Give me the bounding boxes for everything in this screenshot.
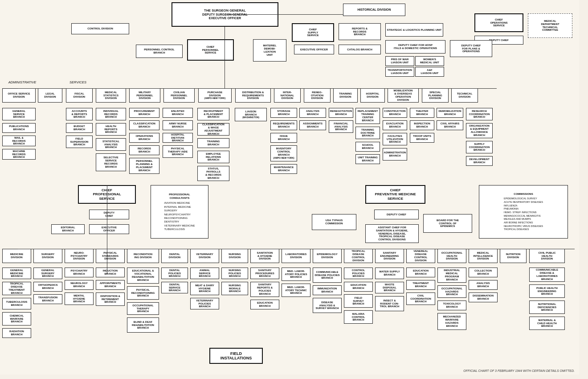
sanitary-engineering-division: SANITARYENGINEERINGDIVISION (375, 249, 404, 263)
training-doctrine-branch: TRAININGDOCTRINEBRANCH (355, 127, 380, 139)
communicable-disease-policies-branch: COMMUNICABLEDISEASE POLICIESBRANCH (313, 268, 342, 283)
status-payrolls-records-branch: STATUS,PAYROLLS& RECORDSBRANCH (197, 166, 229, 181)
waste-disposal-branch: WASTEDISPOSALBRANCH (375, 282, 404, 293)
hospital-division: HOSPITALDIVISION (360, 88, 385, 103)
tropical-disease-treatment-branch: TROPICALDISEASETREATMENTBRANCH (2, 282, 31, 295)
radiation-branch: RADIATIONBRANCH (2, 328, 31, 338)
dental-division: DENTALDIVISION (161, 249, 188, 263)
inspection-branch: INSPECTIONBRANCH (410, 120, 434, 130)
enlisted-branch: ENLISTEDBRANCH (163, 108, 193, 118)
civil-coordination-branch: CIVILCOORDINATIONBRANCH (406, 292, 435, 305)
analysis-branch-intl: ANALYSISBRANCH (299, 108, 326, 118)
general-service-branch: GENERALSERVICEBRANCH (2, 108, 36, 120)
storage-branch: STORAGEBRANCH (270, 108, 297, 118)
personnel-control-branch: PERSONNEL CONTROLBRANCH (136, 45, 183, 58)
theater-branch: THEATERBRANCH (410, 108, 434, 118)
disposition-retirement-branch: DISPOSITION &RETIREMENTBRANCH (96, 292, 125, 306)
nutrition-division: NUTRITIONDIVISION (500, 249, 527, 263)
maternal-child-health-branch: MATERNAL &CHILD HEALTHBRANCH (529, 317, 565, 330)
army-nurse-branch: ARMY NURSEBRANCH (163, 120, 193, 130)
financial-analysis-branch: FINANCIALANALYSISBRANCH (329, 120, 353, 133)
historical-division: HISTORICAL DIVISION (343, 4, 405, 16)
military-personnel-division: MILITARYPERSONNELDIVISION (129, 88, 160, 103)
physical-standards-division: PHYSICALSTANDARDSDIVISION (96, 249, 125, 263)
personnel-planning-placement: PERSONNELPLANNING &PLACEMENTBRANCH (129, 158, 159, 174)
veterinary-division: VETERINARYDIVISION (190, 249, 219, 263)
neurology-branch: NEUROLOGYBRANCH (65, 280, 94, 290)
civil-affairs-branch: CIVIL AFFAIRSBRANCH (437, 120, 463, 130)
renegotiation-branch: RENEGOTIATIONBRANCH (329, 108, 353, 118)
med-lab-atory-technic-branch: MED. LABOR-ATORY TECHNICBRANCH (282, 284, 310, 297)
organization-equipment-allowance: ORGANIZATION& EQUIPMENTALLOWANCEBRANCH (466, 123, 493, 138)
nursing-division: NURSINGDIVISION (221, 249, 248, 263)
chief-operations-service: CHIEFOPERATIONSSERVICE (474, 13, 523, 32)
dissemination-branch: DISSEMINATIONBRANCH (469, 292, 498, 302)
womens-medical-unit: WOMEN'SMEDICAL UNIT (415, 56, 444, 66)
mobilization-overseas-division: MOBILIZATION& OVERSEASOPERATIONDIVISION (388, 88, 419, 103)
health-reports-branch: HEALTHREPORTSBRANCH (96, 123, 126, 136)
occupational-therapy-branch: OCCUPATIONALTHERAPYBRANCH (127, 302, 159, 315)
administrative-label: ADMINISTRATIVE (2, 78, 42, 87)
surgery-division: SURGERYDIVISION (33, 249, 62, 263)
pris-war-liaison: PRIS OF WARLIAISON UNIT (385, 56, 414, 66)
med-lab-atory-policies-branch: MED. LABOR-ATORY POLICIESBRANCH (282, 268, 310, 281)
analysis-branch-intel: ANALYSISBRANCH (469, 280, 498, 290)
appointments-branch: APPOINTMENTSBRANCH (96, 280, 125, 290)
psychiatry-branch: PSYCHIATRYBRANCH (65, 268, 94, 277)
tuberculosis-branch: TUBERCULOSISBRANCH (2, 298, 31, 309)
development-branch: DEVELOPMENTBRANCH (466, 156, 493, 166)
inventory-control-branch: INVENTORYCONTROLBRANCH(AMPO-NEW YORK) (270, 145, 297, 161)
statistical-analysis-branch: STATISTICALANALYSISBRANCH (96, 138, 126, 151)
asst-chief-sanitation: ASISTANT CHIEF FORSANITATION & HYGIENE,V… (365, 224, 419, 243)
training-division: TRAININGDIVISION (333, 88, 358, 103)
control-policies-branch-trop: CONTROLPOLICIESBRANCH (344, 268, 373, 279)
strategic-logistics-unit: STRATEGIC & LOGISTICS PLANNING UNIT (385, 23, 443, 37)
mechanized-warfare-hazards-branch: MECHANIZEDWARFAREHAZARDSBRANCH (437, 313, 466, 330)
civilian-personnel-division: CIVILIANPERSONNELDIVISION (163, 88, 195, 103)
transfusion-branch: TRANSFUSIONBRANCH (33, 294, 62, 304)
venereal-disease-division: VENEREALDISEASECONTROLDIVISION (406, 249, 435, 263)
org-chart: THE SURGEON GENERAL DEPUTY SURGEON GENER… (0, 0, 579, 375)
communicable-disease-labs-branch: COMMUNICABLEDISEASE &LABORATORIESBRANCH (529, 268, 565, 282)
classification-wage-adjustment: CLASSIFICATION& WAGEADJUSTMENTBRANCH (197, 123, 229, 136)
budget-branch: BUDGETBRANCH (66, 123, 93, 133)
aaf-liaison-unit: A&FLIAISON UNIT (415, 67, 444, 77)
international-division: INTER-NATIONALDIVISION (274, 88, 301, 103)
industrial-medical-program-branch: INDUSTRIALMEDICALPROGRAMBRANCH (437, 268, 466, 283)
animal-service-branch: ANIMALSERVICEBRANCH (190, 268, 219, 279)
sanitation-hygiene-division: SANITATION& HYGIENEDIVISION (250, 249, 279, 263)
evacuation-branch: EVACUATIONBRANCH (383, 120, 407, 130)
educational-vocational-branch: EDUCATIONAL &VOCATIONALREHABILITATIONBRA… (127, 268, 159, 284)
nursing-policies-branch: NURSINGPOLICIESBRANCH (221, 268, 248, 279)
materiel-demob-unit: MATERIELDEMOBI-LIZATIONUNIT (253, 39, 286, 62)
reports-records-branch: REPORTS &RECORDSBRANCH (339, 23, 381, 40)
professional-consultants: PROFESSIONALCONSULTANTS AVIATION MEDICIN… (151, 185, 208, 239)
sanitary-reports-policies-branch: SANITARYREPORTS &POLICIESBRANCH (250, 282, 279, 297)
machine-records-branch: MACHINERECORDSBRANCH (2, 149, 36, 160)
transportation-liaison: TRANSPORTATIONLIAISON UNIT (385, 67, 414, 77)
induction-branch: INDUCTIONBRANCH (96, 268, 125, 277)
chief-personnel-service: CHIEFPERSONNELSERVICE (187, 39, 234, 61)
office-service-division: OFFICE SERVICEDIVISION (2, 88, 36, 103)
reconditioning-division: RECONDITIONING DIVISION (127, 249, 159, 263)
requirements-branch: REQUIREMENTSBRANCH (270, 120, 297, 130)
dist-requirements-division: DISTRIBUTION &REQUIREMENTSDIVISION (235, 88, 271, 103)
civil-public-health-division: CIVIL PUBLICHEALTHDIVISION (529, 249, 565, 263)
blind-deaf-rehabilitation-branch: BLIND & DEAFREHABILITATIONBRANCH (127, 317, 159, 333)
neuropsychiatry-division: NEURO-PSYCHIATRYDIVISION (65, 249, 94, 263)
troop-units-branch: TROOP UNITSBRANCH (410, 133, 434, 143)
editorial-branch: EDITORIALBRANCH (51, 224, 85, 234)
physical-therapy-aide-branch: PHYSICALTHERAPY AIDEBRANCH (163, 145, 193, 158)
insect-rodent-control-branch: INSECT &RODENT CON-TROL BRANCH (375, 296, 404, 311)
sanitary-procedures-branch: SANITARYPROCEDURESBRANCH (250, 268, 279, 279)
malaria-control-branch: MALARIACONTROLBRANCH (344, 310, 373, 324)
records-branch-mil: RECORDSBRANCH (129, 145, 159, 155)
collection-branch: COLLECTIONBRANCH (469, 268, 498, 277)
field-supervision-branch: FIELDSUPERVISIONBRANCH (66, 136, 93, 148)
hospital-dietitian-branch: HOSPITALDIETITIANBRANCH (163, 133, 193, 143)
selective-service-records-branch: SELECTIVESERVICERECORDSBRANCH (96, 153, 126, 171)
medicine-division: MEDICINEDIVISION (2, 249, 31, 263)
public-health-engineering-branch: PUBLIC HEALTHENGINEERINGBRANCH (529, 284, 565, 298)
recruitment-placement-branch: RECRUITMENT& PLACEMENTBRANCH (197, 108, 229, 120)
laboratories-division: LABORATORIESDIVISION (282, 249, 310, 263)
